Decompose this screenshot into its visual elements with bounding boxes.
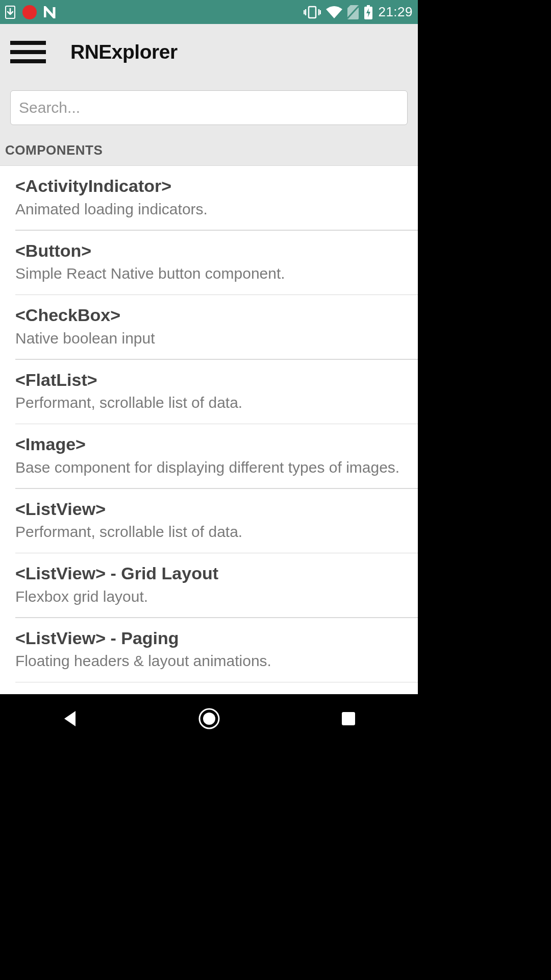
list-item-title: <ActivityIndicator> — [15, 175, 403, 197]
list-item-desc: Performant, scrollable list of data. — [15, 522, 403, 543]
svg-rect-2 — [367, 5, 370, 7]
search-section — [0, 80, 418, 125]
record-dot-icon — [22, 5, 37, 19]
wifi-icon — [326, 6, 342, 18]
app-header: RNExplorer — [0, 24, 418, 80]
list-item-title: <Image> — [15, 433, 403, 455]
list-item[interactable]: <ListView> - Grid Layout Flexbox grid la… — [0, 553, 418, 617]
status-clock: 21:29 — [378, 4, 413, 20]
list-item-title: <FlatList> — [15, 369, 403, 391]
no-sim-icon — [347, 5, 359, 19]
list-item-desc: Simple React Native button component. — [15, 263, 403, 284]
list-item[interactable]: <FlatList> Performant, scrollable list o… — [0, 360, 418, 424]
svg-rect-0 — [309, 7, 316, 18]
list-item[interactable]: <ActivityIndicator> Animated loading ind… — [0, 166, 418, 230]
list-item-desc: Native boolean input — [15, 328, 403, 349]
svg-rect-6 — [342, 712, 355, 725]
list-item-title: <Button> — [15, 240, 403, 262]
list-item[interactable]: <Modal> — [0, 682, 418, 694]
download-icon — [5, 6, 15, 19]
recents-button[interactable] — [333, 703, 364, 734]
home-button[interactable] — [194, 703, 224, 734]
list-item-title: <ListView> - Grid Layout — [15, 562, 403, 584]
svg-point-5 — [203, 713, 215, 725]
list-item-title: <ListView> - Paging — [15, 627, 403, 649]
list-item-desc: Animated loading indicators. — [15, 199, 403, 220]
battery-charging-icon — [364, 5, 373, 19]
list-item[interactable]: <Image> Base component for displaying di… — [0, 424, 418, 488]
list-item-desc: Flexbox grid layout. — [15, 586, 403, 607]
status-bar: 21:29 — [0, 0, 418, 24]
vibrate-icon — [304, 6, 321, 19]
app-title: RNExplorer — [70, 41, 178, 63]
search-input[interactable] — [10, 90, 408, 125]
status-left — [5, 5, 59, 19]
list-item[interactable]: <ListView> Performant, scrollable list o… — [0, 489, 418, 553]
list-item-title: <ListView> — [15, 498, 403, 520]
section-heading: COMPONENTS — [0, 125, 418, 166]
android-navbar — [0, 694, 418, 743]
status-right: 21:29 — [304, 4, 413, 20]
list-item-desc: Base component for displaying different … — [15, 457, 403, 478]
hamburger-icon[interactable] — [8, 38, 48, 66]
list-item[interactable]: <Button> Simple React Native button comp… — [0, 231, 418, 295]
n-icon — [44, 6, 59, 18]
list-item-title: <CheckBox> — [15, 304, 403, 326]
back-button[interactable] — [55, 703, 85, 734]
list-item-desc: Floating headers & layout animations. — [15, 651, 403, 672]
list-item[interactable]: <ListView> - Paging Floating headers & l… — [0, 618, 418, 682]
list-item[interactable]: <CheckBox> Native boolean input — [0, 295, 418, 359]
list-item-desc: Performant, scrollable list of data. — [15, 393, 403, 413]
component-list[interactable]: <ActivityIndicator> Animated loading ind… — [0, 166, 418, 694]
